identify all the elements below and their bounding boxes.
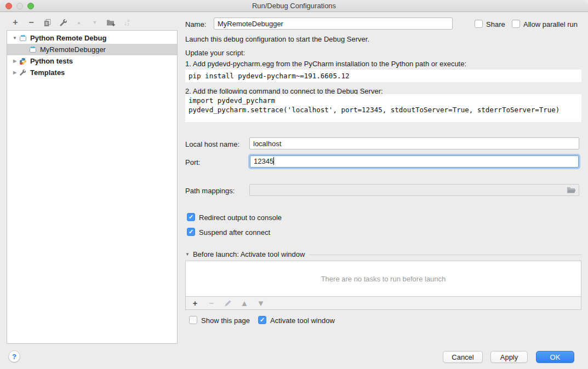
separator-line (309, 255, 581, 255)
help-button[interactable]: ? (8, 350, 20, 362)
name-label: Name: (185, 20, 206, 28)
share-checkbox[interactable] (475, 20, 483, 28)
cancel-button[interactable]: Cancel (443, 351, 483, 363)
remote-debug-config-icon (19, 34, 28, 42)
check-icon: ✓ (189, 228, 193, 235)
ok-button[interactable]: OK (536, 351, 574, 363)
allow-parallel-run-checkbox[interactable] (512, 20, 520, 28)
configurations-toolbar: + − ▲ ▼ ↓ az (10, 17, 132, 28)
zoom-window-icon[interactable] (27, 3, 34, 9)
local-host-name-input[interactable] (249, 137, 579, 149)
new-folder-icon[interactable] (106, 18, 116, 27)
configurations-tree: ▼ Python Remote Debug MyRemoteDebugger (7, 30, 178, 344)
edit-task-pencil-icon[interactable] (223, 298, 233, 308)
tree-item-python-remote-debug[interactable]: ▼ Python Remote Debug (7, 32, 177, 44)
move-task-down-icon[interactable]: ▼ (256, 298, 266, 308)
tree-item-label: MyRemoteDebugger (40, 45, 106, 54)
expand-icon[interactable]: ▶ (12, 59, 18, 64)
check-icon: ✓ (260, 316, 265, 324)
path-mappings-input[interactable] (249, 184, 579, 196)
close-window-icon[interactable] (5, 3, 12, 9)
activate-tool-window-checkbox[interactable]: ✓ (258, 316, 266, 324)
tree-item-templates[interactable]: ▶ Templates (7, 67, 177, 78)
activate-tool-window-label[interactable]: Activate tool window (270, 316, 335, 325)
title-bar: Run/Debug Configurations (0, 0, 588, 12)
minimize-window-icon (16, 3, 23, 9)
tree-item-myremotedebugger[interactable]: MyRemoteDebugger (7, 44, 177, 55)
allow-parallel-run-label[interactable]: Allow parallel run (523, 20, 578, 28)
share-checkbox-label[interactable]: Share (486, 20, 505, 28)
expand-icon[interactable]: ▶ (12, 70, 18, 75)
add-configuration-icon[interactable]: + (10, 18, 20, 27)
suspend-after-connect-label[interactable]: Suspend after connect (199, 228, 270, 237)
move-down-icon[interactable]: ▼ (90, 18, 100, 27)
update-script-text: Update your script: (185, 49, 245, 57)
copy-configuration-icon[interactable] (42, 18, 52, 27)
code-line-2: pydevd_pycharm.settrace('localhost', por… (189, 106, 560, 114)
before-launch-header[interactable]: ▼ Before launch: Activate tool window (185, 250, 581, 258)
description-text: Launch this debug configuration to start… (185, 35, 369, 43)
before-launch-title: Before launch: Activate tool window (193, 250, 305, 258)
empty-tasks-message: There are no tasks to run before launch (321, 275, 446, 283)
tree-item-python-tests[interactable]: ▶ Python tests (7, 55, 177, 67)
tree-item-label: Python Remote Debug (30, 34, 106, 42)
settrace-code-block: import pydevd_pycharm pydevd_pycharm.set… (185, 94, 581, 122)
move-task-up-icon[interactable]: ▲ (239, 298, 249, 308)
port-input[interactable]: 12345 (250, 155, 579, 168)
show-this-page-checkbox[interactable] (189, 316, 197, 324)
name-input[interactable] (214, 18, 453, 30)
before-launch-task-list: There are no tasks to run before launch (185, 261, 581, 297)
suspend-after-connect-checkbox[interactable]: ✓ (187, 228, 195, 236)
sort-configurations-icon[interactable]: ↓ az (122, 18, 132, 27)
step1-text: 1. Add pydevd-pycharm.egg from the PyCha… (185, 60, 466, 68)
collapse-icon[interactable]: ▼ (12, 36, 18, 41)
local-host-name-label: Local host name: (185, 140, 239, 148)
edit-defaults-icon[interactable] (58, 18, 68, 27)
add-task-icon[interactable]: + (190, 298, 200, 308)
python-tests-icon (19, 57, 28, 65)
port-value: 12345 (254, 157, 273, 165)
window-controls (5, 3, 34, 9)
show-this-page-label[interactable]: Show this page (201, 316, 250, 325)
question-mark-icon: ? (12, 353, 16, 361)
run-debug-configurations-dialog: Run/Debug Configurations + − ▲ ▼ ↓ (0, 0, 588, 369)
templates-wrench-icon (19, 69, 28, 77)
redirect-output-checkbox[interactable]: ✓ (187, 213, 195, 221)
text-caret (273, 157, 274, 165)
collapse-icon[interactable]: ▼ (185, 252, 190, 257)
window-title: Run/Debug Configurations (252, 2, 336, 10)
browse-folder-icon[interactable] (567, 186, 576, 194)
port-label: Port: (185, 158, 200, 166)
code-line-1: import pydevd_pycharm (189, 96, 275, 105)
check-icon: ✓ (189, 214, 193, 221)
remove-configuration-icon[interactable]: − (26, 18, 36, 27)
apply-button[interactable]: Apply (490, 351, 528, 363)
remote-debug-config-icon (29, 46, 38, 54)
tree-item-label: Python tests (30, 57, 73, 65)
before-launch-toolbar: + − ▲ ▼ (185, 297, 581, 310)
path-mappings-label: Path mappings: (185, 187, 235, 195)
redirect-output-label[interactable]: Redirect output to console (199, 214, 282, 222)
tree-item-label: Templates (30, 68, 65, 77)
move-up-icon[interactable]: ▲ (74, 18, 84, 27)
remove-task-icon[interactable]: − (207, 298, 216, 308)
pip-command-code: pip install pydevd-pycharm~=191.6605.12 (185, 70, 581, 82)
